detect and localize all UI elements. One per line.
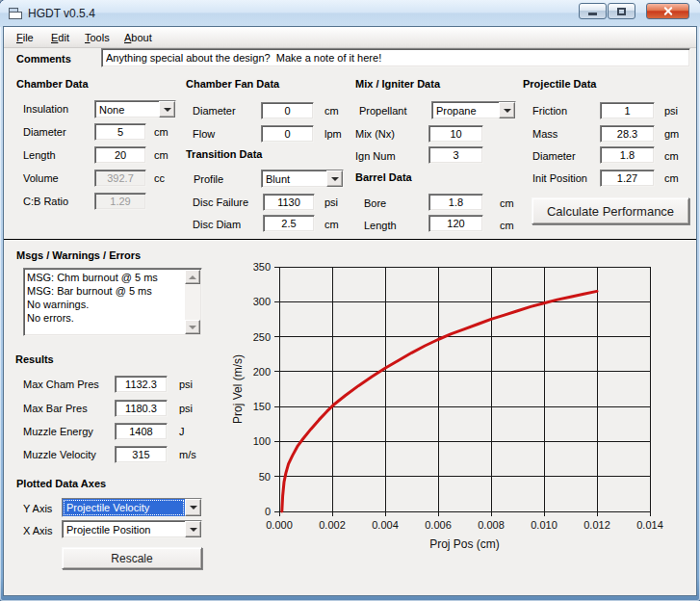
x-axis-label: X Axis — [23, 525, 53, 536]
friction-unit: psi — [664, 105, 678, 117]
max-bar-pres-label: Max Bar Pres — [23, 403, 88, 414]
calculate-performance-button[interactable]: Calculate Performance — [531, 197, 689, 224]
title-bar[interactable]: HGDT v0.5.4 — [0, 0, 700, 27]
fan-flow-input[interactable] — [261, 125, 314, 143]
scroll-down-icon[interactable] — [185, 320, 200, 334]
maximize-icon — [617, 8, 626, 15]
menu-edit[interactable]: Edit — [44, 27, 76, 48]
fan-diameter-unit: cm — [324, 105, 339, 117]
message-line: No warnings. — [27, 298, 184, 311]
menu-about[interactable]: About — [117, 27, 159, 48]
menu-file[interactable]: File — [10, 27, 40, 48]
mix-igniter-title: Mix / Igniter Data — [355, 78, 440, 90]
barrel-length-input[interactable] — [428, 215, 483, 232]
max-bar-pres-output[interactable] — [115, 400, 168, 417]
friction-input[interactable] — [600, 102, 655, 119]
max-cham-pres-unit: psi — [179, 379, 193, 390]
muzzle-energy-label: Muzzle Energy — [23, 426, 93, 437]
fan-diameter-label: Diameter — [193, 105, 236, 117]
projectile-diameter-input[interactable] — [600, 146, 655, 164]
ign-num-label: Ign Num — [355, 150, 396, 162]
chevron-down-icon[interactable] — [185, 499, 201, 516]
minimize-button[interactable] — [579, 3, 607, 19]
init-position-unit: cm — [664, 172, 679, 184]
chamber-length-input[interactable] — [94, 146, 146, 164]
chevron-down-icon[interactable] — [185, 521, 201, 537]
fan-flow-label: Flow — [193, 128, 215, 140]
close-button[interactable] — [646, 3, 689, 19]
app-icon — [9, 8, 22, 19]
message-line: MSG: Chm burnout @ 5 ms — [27, 271, 184, 284]
bore-unit: cm — [500, 197, 514, 209]
ign-num-input[interactable] — [428, 146, 483, 164]
svg-text:300: 300 — [253, 296, 271, 307]
rescale-button[interactable]: Rescale — [62, 547, 202, 569]
cb-ratio-label: C:B Ratio — [23, 196, 68, 207]
chamber-diameter-input[interactable] — [94, 123, 146, 141]
init-position-input[interactable] — [600, 170, 655, 187]
minimize-icon — [588, 13, 597, 15]
svg-text:0.010: 0.010 — [531, 519, 557, 531]
menu-bar: File Edit Tools About — [4, 27, 696, 48]
svg-text:150: 150 — [253, 401, 271, 412]
chamber-data-title: Chamber Data — [16, 78, 89, 90]
chamber-diameter-unit: cm — [154, 126, 169, 138]
chevron-down-icon[interactable] — [499, 102, 515, 118]
plotted-axes-title: Plotted Data Axes — [16, 478, 106, 489]
maximize-button[interactable] — [608, 3, 635, 19]
propellant-label: Propellant — [359, 105, 407, 117]
disc-diam-input[interactable] — [263, 215, 315, 232]
performance-chart: 0.0000.0020.0040.0060.0080.0100.0120.014… — [229, 247, 696, 564]
chevron-down-icon[interactable] — [326, 170, 343, 187]
muzzle-velocity-unit: m/s — [179, 449, 196, 460]
x-axis-select[interactable]: Projectile Position — [62, 520, 202, 538]
results-title: Results — [15, 353, 54, 365]
svg-text:Proj Vel (m/s): Proj Vel (m/s) — [231, 354, 245, 424]
muzzle-velocity-output[interactable] — [115, 446, 168, 463]
projectile-diameter-label: Diameter — [532, 150, 576, 162]
y-axis-value: Projectile Velocity — [63, 499, 185, 516]
svg-text:250: 250 — [253, 331, 271, 343]
close-icon — [662, 6, 673, 16]
insulation-label: Insulation — [23, 103, 68, 115]
svg-text:Proj Pos (cm): Proj Pos (cm) — [429, 537, 500, 551]
fan-diameter-input[interactable] — [261, 102, 314, 119]
messages-title: Msgs / Warnings / Errors — [16, 249, 141, 261]
muzzle-velocity-label: Muzzle Velocity — [23, 449, 96, 460]
y-axis-select[interactable]: Projectile Velocity — [62, 498, 202, 517]
chevron-down-icon[interactable] — [159, 101, 175, 118]
chamber-length-unit: cm — [154, 149, 169, 161]
scroll-up-icon[interactable] — [185, 270, 200, 284]
comments-label: Comments — [16, 53, 71, 65]
comments-input[interactable] — [101, 48, 690, 67]
volume-unit: cc — [154, 172, 165, 184]
projectile-diameter-unit: cm — [664, 150, 679, 162]
insulation-value: None — [95, 101, 159, 118]
mass-unit: gm — [664, 128, 679, 140]
max-cham-pres-output[interactable] — [115, 376, 168, 393]
window-title: HGDT v0.5.4 — [28, 7, 95, 20]
propellant-select[interactable]: Propane — [431, 101, 516, 119]
mass-input[interactable] — [600, 125, 655, 143]
volume-label: Volume — [23, 172, 59, 184]
disc-failure-unit: psi — [324, 196, 338, 208]
svg-text:200: 200 — [253, 366, 271, 378]
mix-nx-input[interactable] — [428, 125, 483, 143]
svg-text:50: 50 — [259, 471, 271, 483]
bore-input[interactable] — [428, 194, 483, 211]
disc-failure-input[interactable] — [263, 194, 315, 211]
chamber-diameter-label: Diameter — [23, 126, 66, 138]
muzzle-energy-unit: J — [179, 426, 185, 437]
message-line: MSG: Bar burnout @ 5 ms — [27, 284, 184, 298]
profile-select[interactable]: Blunt — [261, 170, 344, 188]
disc-diam-unit: cm — [324, 219, 339, 230]
messages-scrollbar[interactable] — [185, 270, 200, 334]
messages-lines: MSG: Chm burnout @ 5 ms MSG: Bar burnout… — [27, 271, 184, 325]
menu-tools[interactable]: Tools — [78, 27, 117, 48]
insulation-select[interactable]: None — [94, 100, 176, 118]
svg-text:0.002: 0.002 — [319, 519, 346, 531]
muzzle-energy-output[interactable] — [115, 423, 168, 440]
profile-value: Blunt — [262, 170, 326, 187]
messages-listbox[interactable]: MSG: Chm burnout @ 5 ms MSG: Bar burnout… — [23, 268, 202, 336]
section-separator — [4, 239, 696, 240]
